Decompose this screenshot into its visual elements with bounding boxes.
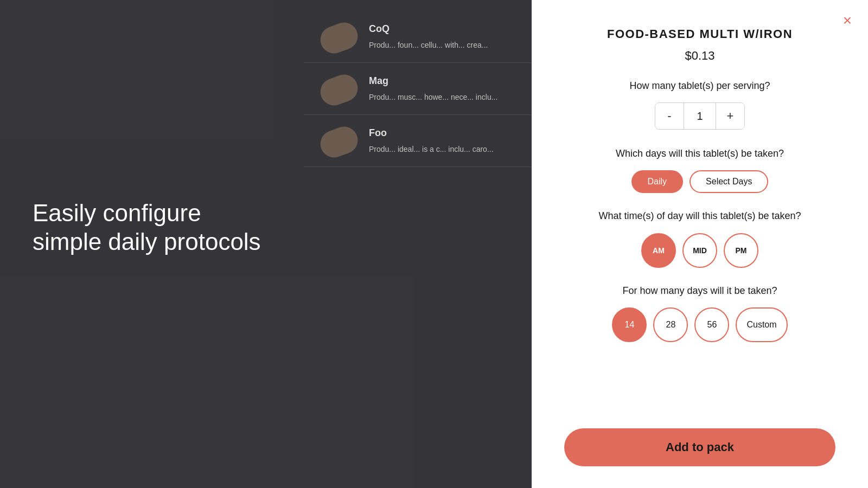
- increment-button[interactable]: +: [716, 103, 744, 129]
- bg-product-pill-2: [317, 71, 362, 110]
- modal-product-title: FOOD-BASED MULTI W/IRON: [564, 27, 835, 41]
- time-mid-button[interactable]: MID: [682, 233, 717, 268]
- product-config-modal: × FOOD-BASED MULTI W/IRON $0.13 How many…: [532, 0, 868, 488]
- days-label: Which days will this tablet(s) be taken?: [564, 147, 835, 160]
- modal-close-button[interactable]: ×: [843, 13, 852, 28]
- toggle-daily[interactable]: Daily: [631, 170, 684, 193]
- bg-product-desc-2: Produ... musc... howe... nece... inclu..…: [369, 92, 497, 103]
- bg-product-pill-1: [317, 19, 362, 57]
- toggle-select-days[interactable]: Select Days: [690, 170, 768, 193]
- main-content: × FOOD-BASED MULTI W/IRON $0.13 How many…: [532, 0, 868, 488]
- modal-product-price: $0.13: [564, 49, 835, 63]
- bg-product-desc-3: Produ... ideal... is a c... inclu... car…: [369, 144, 494, 155]
- bg-product-item-3: Foo Produ... ideal... is a c... inclu...…: [304, 115, 532, 167]
- bg-product-pill-3: [317, 123, 362, 162]
- duration-14-button[interactable]: 14: [612, 307, 647, 342]
- bg-product-item-2: Mag Produ... musc... howe... nece... inc…: [304, 63, 532, 115]
- quantity-label: How many tablet(s) per serving?: [564, 79, 835, 93]
- add-to-pack-button[interactable]: Add to pack: [564, 428, 835, 466]
- duration-28-button[interactable]: 28: [653, 307, 688, 342]
- hero-title: Easily configure simple daily protocols: [33, 199, 271, 256]
- duration-56-button[interactable]: 56: [694, 307, 729, 342]
- time-am-button[interactable]: AM: [641, 233, 676, 268]
- time-label: What time(s) of day will this tablet(s) …: [564, 209, 835, 223]
- duration-group: 14 28 56 Custom: [564, 307, 835, 342]
- time-pm-button[interactable]: PM: [724, 233, 758, 268]
- bg-product-name-3: Foo: [369, 126, 494, 140]
- decrement-button[interactable]: -: [655, 103, 684, 129]
- background-product-list: CoQ Produ... foun... cellu... with... cr…: [304, 0, 532, 488]
- duration-custom-button[interactable]: Custom: [736, 307, 787, 342]
- quantity-value: 1: [684, 103, 716, 129]
- bg-product-name-2: Mag: [369, 74, 497, 88]
- bg-product-desc-1: Produ... foun... cellu... with... crea..…: [369, 40, 488, 51]
- stepper-box: - 1 +: [655, 102, 745, 130]
- days-toggle-group: Daily Select Days: [564, 170, 835, 193]
- duration-label: For how many days will it be taken?: [564, 284, 835, 298]
- bg-product-name-1: CoQ: [369, 22, 488, 36]
- time-of-day-group: AM MID PM: [564, 233, 835, 268]
- bg-product-item-1: CoQ Produ... foun... cellu... with... cr…: [304, 11, 532, 63]
- quantity-stepper: - 1 +: [564, 102, 835, 130]
